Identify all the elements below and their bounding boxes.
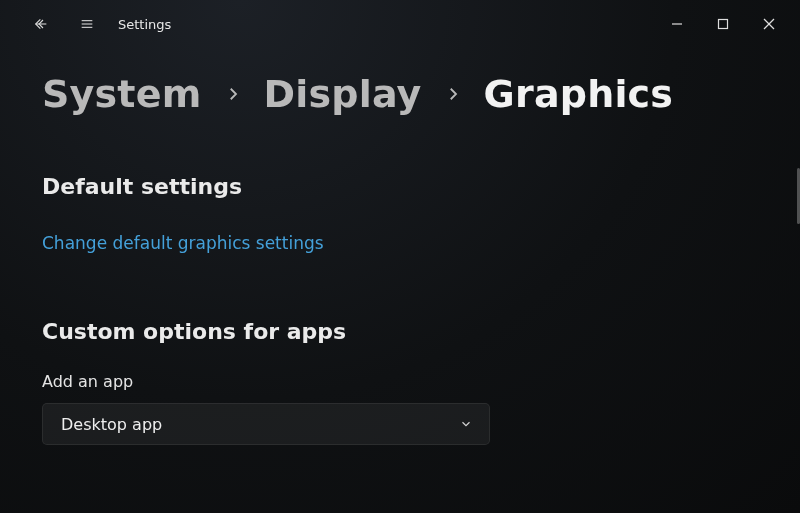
- breadcrumb-system[interactable]: System: [42, 72, 202, 116]
- chevron-down-icon: [459, 417, 473, 431]
- default-settings-heading: Default settings: [42, 174, 758, 199]
- close-icon: [763, 18, 775, 30]
- app-type-dropdown[interactable]: Desktop app: [42, 403, 490, 445]
- app-title: Settings: [118, 17, 171, 32]
- svg-rect-4: [719, 20, 728, 29]
- change-default-graphics-link[interactable]: Change default graphics settings: [42, 233, 758, 253]
- maximize-button[interactable]: [700, 8, 746, 40]
- arrow-left-icon: [33, 16, 49, 32]
- hamburger-icon: [79, 16, 95, 32]
- window-controls: [654, 8, 792, 40]
- page-content: System Display Graphics Default settings…: [0, 72, 800, 445]
- title-bar: Settings: [0, 0, 800, 48]
- breadcrumb-display[interactable]: Display: [264, 72, 422, 116]
- dropdown-selected-value: Desktop app: [61, 415, 459, 434]
- chevron-right-icon: [444, 85, 462, 103]
- chevron-right-icon: [224, 85, 242, 103]
- add-app-label: Add an app: [42, 372, 758, 391]
- breadcrumb: System Display Graphics: [42, 72, 758, 116]
- close-button[interactable]: [746, 8, 792, 40]
- minimize-icon: [671, 18, 683, 30]
- maximize-icon: [717, 18, 729, 30]
- settings-window: Settings System: [0, 0, 800, 513]
- minimize-button[interactable]: [654, 8, 700, 40]
- custom-options-heading: Custom options for apps: [42, 319, 758, 344]
- nav-menu-button[interactable]: [64, 8, 110, 40]
- back-button[interactable]: [18, 8, 64, 40]
- breadcrumb-current: Graphics: [484, 72, 674, 116]
